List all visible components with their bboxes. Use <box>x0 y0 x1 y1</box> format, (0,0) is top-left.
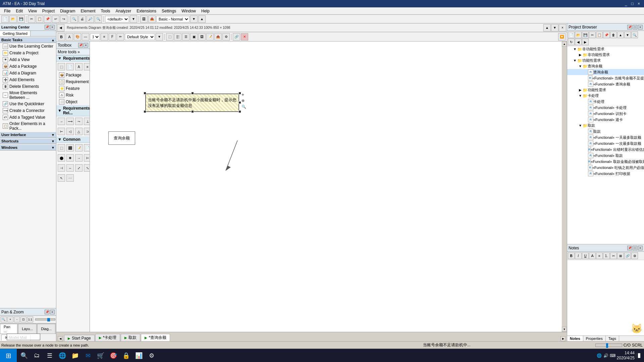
tb-grid-btn-3[interactable]: A <box>75 63 83 70</box>
toolbox-object[interactable]: ⬜ Object <box>56 99 90 105</box>
toggle-func-child[interactable]: ▶ <box>578 88 583 93</box>
notes-expand-btn[interactable]: □ <box>633 246 637 250</box>
task-add-package[interactable]: 📦 Add a Package <box>0 63 56 70</box>
note-plus-icon[interactable]: + <box>241 92 244 97</box>
zoom-out-button[interactable]: 🔍 <box>95 15 102 23</box>
draw-note-btn[interactable]: 📝 <box>206 33 214 41</box>
export-btn[interactable]: 📤 <box>148 15 156 23</box>
draw-align-btn[interactable]: ≡ <box>101 33 108 41</box>
tb-com-btn-4[interactable]: 📄 <box>84 144 90 152</box>
toolbox-requirements-header[interactable]: ▼ Requirements <box>56 55 90 62</box>
draw-properties-btn[interactable]: ⚙ <box>222 33 230 41</box>
menu-settings[interactable]: Settings <box>159 8 179 14</box>
notes-link-btn[interactable]: 🔗 <box>624 252 631 259</box>
tb-com-btn-13[interactable]: ↖ <box>58 174 65 182</box>
task-add-diagram[interactable]: 📊 Add a Diagram <box>0 70 56 76</box>
notes-bold-btn[interactable]: B <box>568 252 575 259</box>
taskbar-store-icon[interactable]: 🛒 <box>95 350 107 362</box>
toolbox-risk[interactable]: ⚠ Risk <box>56 92 90 99</box>
tb-com-btn-6[interactable]: ✱ <box>66 154 74 162</box>
toolbox-package[interactable]: 📦 Package <box>56 72 90 78</box>
tree-item-kachuli-e2[interactable]: R «Functional» 卡处理 <box>567 105 644 111</box>
tb-com-btn-1[interactable]: ⬚ <box>58 144 65 152</box>
notes-tab-tags[interactable]: Tags <box>606 336 619 341</box>
taskbar-search-icon[interactable]: 🔍 <box>18 350 30 362</box>
tabs-scroll-left[interactable]: ◀ <box>58 336 63 341</box>
tb-com-btn-2[interactable]: ⬛ <box>66 144 74 152</box>
tb-com-btn-10[interactable]: ↔ <box>66 164 74 172</box>
notes-pin-btn[interactable]: 📌 <box>627 246 632 250</box>
pz-fit-btn[interactable]: ⊡ <box>20 316 26 322</box>
draw-layout-btn[interactable]: ⬚ <box>166 33 173 41</box>
tab-kachu[interactable]: ▶ *卡处理 <box>95 334 120 341</box>
copy-button[interactable]: 📋 <box>36 15 43 23</box>
taskbar-clock[interactable]: 14:44 2020/4/25 <box>617 351 635 360</box>
diag-back-btn[interactable]: ◀ <box>57 24 64 32</box>
panel-close-btn[interactable]: × <box>50 25 55 29</box>
tb-com-btn-8[interactable]: ⊢ <box>84 154 90 162</box>
menu-help[interactable]: Help <box>199 8 212 14</box>
task-move-elements[interactable]: ↔ Move Elements Between ... <box>0 90 56 101</box>
save-button[interactable]: 💾 <box>17 15 25 23</box>
left-tab-layout[interactable]: Layu... <box>18 324 37 334</box>
draw-fill-btn[interactable]: 🎨 <box>74 33 81 41</box>
print-button[interactable]: 🖨 <box>78 15 86 23</box>
style-select[interactable]: Basic - Normal <box>156 16 190 22</box>
tree-item-nonfunc[interactable]: ▼ 📁 非功能性需求 <box>567 46 644 52</box>
taskbar-explorer-icon[interactable]: 📁 <box>69 350 81 362</box>
taskbar-app4-icon[interactable]: ⚙ <box>146 350 158 362</box>
menu-file[interactable]: File <box>1 8 13 14</box>
tree-item-kachuli[interactable]: ▼ 📁 卡处理 <box>567 93 644 99</box>
toggle-kachuli[interactable]: ▼ <box>578 94 583 98</box>
notes-tab-properties[interactable]: Properties <box>583 336 606 341</box>
pb-new-btn[interactable]: 📄 <box>568 32 575 38</box>
tabs-scroll-right-btn[interactable]: ▶ <box>560 336 566 341</box>
pb-open-btn[interactable]: 📂 <box>575 32 582 38</box>
menu-project[interactable]: Project <box>40 8 57 14</box>
export-image-btn[interactable]: 🖼 <box>140 15 148 23</box>
notes-clear-btn[interactable]: ⊠ <box>617 252 624 259</box>
draw-group-btn[interactable]: ▣ <box>190 33 198 41</box>
zoom-in-button[interactable]: 🔎 <box>87 15 94 23</box>
diag-nav-down[interactable]: ▼ <box>551 24 558 32</box>
draw-bold-btn[interactable]: B <box>58 33 65 41</box>
menu-analyzer[interactable]: Analyzer <box>113 8 134 14</box>
tree-item-chaxun-elem3[interactable]: R «Functional» 查询余额 <box>567 81 644 87</box>
task-delete-elements[interactable]: 🗑 Delete Elements <box>0 83 56 90</box>
tab-start-page[interactable]: ▶ Start Page <box>64 335 95 341</box>
pb-delete-btn[interactable]: 🗑 <box>610 32 617 38</box>
user-interface-section[interactable]: User Interface ▼ <box>0 132 56 138</box>
undo-button[interactable]: ↩ <box>52 15 59 23</box>
draw-color-btn[interactable]: A <box>66 33 73 41</box>
toggle-func[interactable]: ▼ <box>573 58 577 63</box>
profile-select[interactable]: <default> <box>105 16 129 22</box>
tree-item-chaxun-elem2[interactable]: R «Functional» 当账号余额不足提 <box>567 75 644 81</box>
menu-diagram[interactable]: Diagram <box>57 8 78 14</box>
taskbar-taskview-icon[interactable]: 🗂 <box>31 350 43 362</box>
menu-tools[interactable]: Tools <box>98 8 113 14</box>
pb-search-btn[interactable]: 🔍 <box>631 32 638 38</box>
windows-section[interactable]: Windows ▼ <box>0 145 56 150</box>
pb-cut-btn[interactable]: ✂ <box>589 32 596 38</box>
resize-handle-mr[interactable] <box>238 101 241 104</box>
task-tagged-value[interactable]: 🏷 Add a Tagged Value <box>0 114 56 121</box>
pb-nav-fwd-btn[interactable]: ▶ <box>582 39 589 45</box>
tray-volume-icon[interactable]: 🔊 <box>603 353 609 358</box>
notes-list-btn[interactable]: ≡ <box>596 252 603 259</box>
scrollbar-down-btn[interactable]: ▼ <box>562 327 567 332</box>
notes-strikethrough-btn[interactable]: A <box>589 252 596 259</box>
resize-handle-bl[interactable] <box>144 110 146 113</box>
cut-button[interactable]: ✂ <box>28 15 35 23</box>
draw-style-btn[interactable]: ▼ <box>156 33 163 41</box>
minimize-button[interactable]: _ <box>624 1 629 6</box>
tb-com-btn-9[interactable]: ⊣ <box>58 164 65 172</box>
pan-zoom-close-btn[interactable]: × <box>50 310 55 314</box>
pz-zoom-out-btn[interactable]: - <box>14 316 20 322</box>
tb-com-btn-14[interactable]: ⋯ <box>66 174 74 182</box>
resize-handle-bc[interactable] <box>191 110 194 113</box>
close-button[interactable]: × <box>636 1 641 6</box>
tb-com-btn-11[interactable]: ⤢ <box>75 164 83 172</box>
tab-qukuan[interactable]: ▶ 取款 <box>121 334 140 341</box>
taskbar-edge-icon[interactable]: 🌐 <box>56 350 68 362</box>
draw-font-btn[interactable]: F <box>109 33 116 41</box>
